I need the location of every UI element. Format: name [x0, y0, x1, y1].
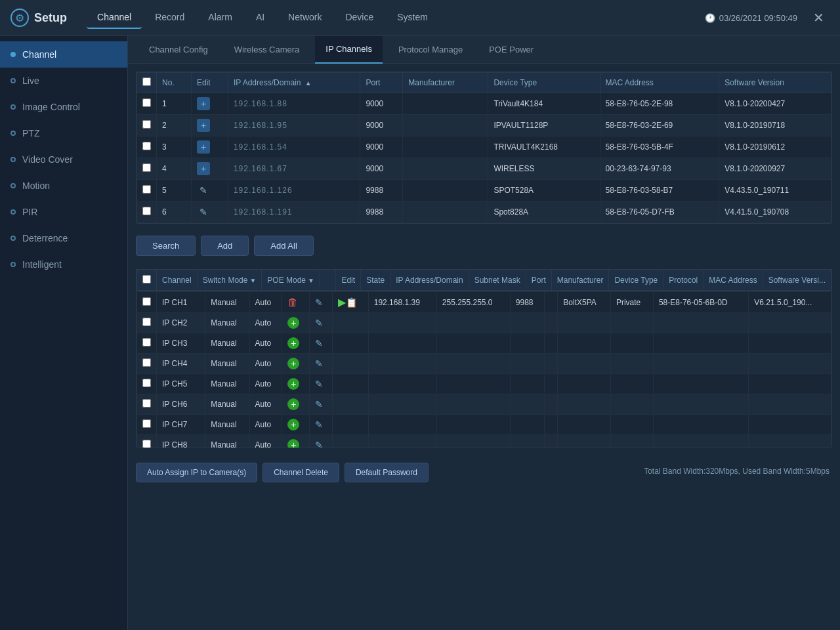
- edit-icon[interactable]: ✎: [315, 419, 323, 430]
- edit-icon[interactable]: ✎: [315, 297, 323, 308]
- row-action-icon[interactable]: 🗑: [282, 292, 310, 313]
- row-edit-icon[interactable]: ✎: [310, 415, 333, 435]
- default-password-button[interactable]: Default Password: [345, 463, 429, 482]
- tab-protocol-manage[interactable]: Protocol Manage: [388, 36, 473, 64]
- row-select[interactable]: [142, 142, 151, 150]
- sidebar-label-deterrence: Deterrence: [22, 233, 68, 243]
- row-action-icon[interactable]: +: [282, 394, 310, 415]
- nav-ai[interactable]: AI: [245, 7, 275, 29]
- sidebar-item-live[interactable]: Live: [0, 68, 127, 94]
- row-select[interactable]: [142, 379, 151, 387]
- row-edit-icon[interactable]: ✎: [310, 313, 333, 333]
- th-port-bottom: Port: [526, 270, 551, 291]
- edit-icon[interactable]: ✎: [315, 358, 323, 369]
- row-action-icon[interactable]: +: [282, 435, 310, 449]
- add-channel-icon[interactable]: +: [287, 419, 299, 430]
- edit-icon[interactable]: ✎: [315, 440, 323, 448]
- th-no: No.: [157, 73, 192, 93]
- row-select[interactable]: [142, 358, 151, 367]
- row-edit[interactable]: ✎: [191, 180, 228, 201]
- sidebar-item-pir[interactable]: PIR: [0, 199, 127, 225]
- channel-delete-button[interactable]: Channel Delete: [262, 463, 339, 482]
- sidebar-item-ptz[interactable]: PTZ: [0, 120, 127, 146]
- row-ip: [368, 354, 436, 374]
- row-select[interactable]: [142, 120, 151, 129]
- add-button[interactable]: Add: [201, 236, 249, 256]
- nav-record[interactable]: Record: [144, 7, 195, 29]
- row-select[interactable]: [142, 318, 151, 326]
- row-edit[interactable]: +: [191, 136, 228, 158]
- edit-icon[interactable]: ✎: [315, 338, 323, 348]
- row-mac: 58-E8-76-03-5B-4F: [600, 136, 719, 158]
- row-edit-icon[interactable]: ✎: [310, 292, 333, 313]
- add-channel-icon[interactable]: +: [287, 337, 299, 349]
- row-edit-icon[interactable]: ✎: [310, 354, 333, 374]
- row-edit[interactable]: ✎: [191, 201, 228, 223]
- row-checkbox: [137, 158, 157, 180]
- nav-device[interactable]: Device: [335, 7, 384, 29]
- add-channel-icon[interactable]: +: [287, 378, 299, 390]
- tab-channel-config[interactable]: Channel Config: [138, 36, 219, 64]
- row-select[interactable]: [142, 297, 151, 306]
- row-action-icon[interactable]: +: [282, 415, 310, 435]
- row-select[interactable]: [142, 399, 151, 408]
- tab-poe-power[interactable]: POE Power: [478, 36, 544, 64]
- row-edit[interactable]: +: [191, 158, 228, 180]
- row-select[interactable]: [142, 440, 151, 448]
- nav-alarm[interactable]: Alarm: [198, 7, 243, 29]
- add-channel-icon[interactable]: +: [287, 398, 299, 410]
- nav-system[interactable]: System: [387, 7, 438, 29]
- tab-wireless-camera[interactable]: Wireless Camera: [224, 36, 310, 64]
- edit-device-icon[interactable]: ✎: [197, 205, 210, 219]
- tab-ip-channels[interactable]: IP Channels: [315, 36, 383, 64]
- play-icon[interactable]: ▶: [338, 297, 346, 308]
- row-select[interactable]: [142, 98, 151, 107]
- add-device-icon[interactable]: +: [197, 119, 210, 132]
- auto-assign-button[interactable]: Auto Assign IP to Camera(s): [136, 463, 257, 482]
- row-action-icon[interactable]: +: [282, 313, 310, 333]
- select-all-bottom[interactable]: [142, 275, 151, 284]
- note-icon[interactable]: 📋: [346, 297, 357, 308]
- row-select[interactable]: [142, 338, 151, 346]
- row-action-icon[interactable]: +: [282, 333, 310, 354]
- add-device-icon[interactable]: +: [197, 162, 210, 175]
- add-channel-icon[interactable]: +: [287, 358, 299, 369]
- row-subnet: [436, 435, 510, 449]
- row-edit-icon[interactable]: ✎: [310, 394, 333, 415]
- add-all-button[interactable]: Add All: [254, 236, 313, 256]
- sidebar-item-intelligent[interactable]: Intelligent: [0, 251, 127, 278]
- sidebar-item-motion[interactable]: Motion: [0, 173, 127, 199]
- nav-network[interactable]: Network: [278, 7, 332, 29]
- row-mac: [653, 394, 748, 415]
- sidebar-item-channel[interactable]: Channel: [0, 41, 127, 68]
- row-action-icon[interactable]: +: [282, 374, 310, 394]
- row-mac: 58-E8-76-05-2E-98: [600, 93, 719, 115]
- row-edit-icon[interactable]: ✎: [310, 435, 333, 449]
- sidebar-item-video-cover[interactable]: Video Cover: [0, 146, 127, 173]
- sidebar-item-image-control[interactable]: Image Control: [0, 94, 127, 120]
- add-channel-icon[interactable]: +: [287, 439, 299, 448]
- edit-device-icon[interactable]: ✎: [197, 184, 210, 197]
- select-all-top[interactable]: [142, 77, 151, 86]
- close-button[interactable]: ✕: [808, 7, 830, 28]
- sidebar-item-deterrence[interactable]: Deterrence: [0, 225, 127, 251]
- nav-channel[interactable]: Channel: [87, 7, 142, 29]
- edit-icon[interactable]: ✎: [315, 399, 323, 410]
- add-device-icon[interactable]: +: [197, 97, 210, 110]
- row-edit-icon[interactable]: ✎: [310, 374, 333, 394]
- row-action-icon[interactable]: +: [282, 354, 310, 374]
- add-channel-icon[interactable]: +: [287, 317, 299, 329]
- row-select[interactable]: [142, 207, 151, 215]
- row-edit[interactable]: +: [191, 93, 228, 115]
- add-device-icon[interactable]: +: [197, 140, 210, 154]
- edit-icon[interactable]: ✎: [315, 318, 323, 328]
- row-select[interactable]: [142, 163, 151, 172]
- row-select[interactable]: [142, 185, 151, 194]
- delete-icon[interactable]: 🗑: [287, 297, 298, 308]
- row-edit[interactable]: +: [191, 115, 228, 136]
- edit-icon[interactable]: ✎: [315, 379, 323, 389]
- search-button[interactable]: Search: [136, 236, 196, 256]
- row-select[interactable]: [142, 419, 151, 428]
- th-ip: IP Address/Domain ▲: [228, 73, 360, 93]
- row-edit-icon[interactable]: ✎: [310, 333, 333, 354]
